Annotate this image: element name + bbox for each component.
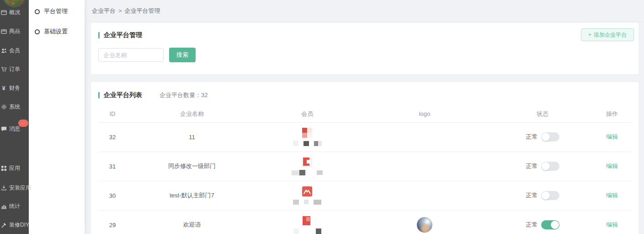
sidebar-item-members[interactable]: 会员 xyxy=(0,46,20,54)
sidebar-item-apps[interactable]: 应用 xyxy=(0,164,20,172)
sidebar-item-orders[interactable]: 订单 xyxy=(0,65,20,73)
sidebar-item-system[interactable]: 系统 xyxy=(0,103,20,111)
edit-link[interactable]: 编辑 xyxy=(606,192,618,199)
submenu-item-basic-settings[interactable]: 基础设置 xyxy=(29,23,85,40)
column-header-status: 状态 xyxy=(492,106,593,122)
cell-name: 同步修改一级部门 xyxy=(127,152,257,181)
cell-name: test-默认主部门7 xyxy=(127,181,257,210)
cell-action: 编辑 xyxy=(593,210,631,234)
table-row: 31 同步修改一级部门 xyxy=(98,152,631,181)
breadcrumb: 企业平台>企业平台管理 xyxy=(85,0,644,22)
table-header-row: ID 企业名称 会员 logo 状态 操作 xyxy=(98,106,631,122)
sidebar-item-decorate-diy[interactable]: 装修DIY xyxy=(0,221,29,229)
edit-link[interactable]: 编辑 xyxy=(606,221,618,228)
message-icon xyxy=(0,125,7,132)
sidebar-item-overview[interactable]: 概况 xyxy=(0,8,20,16)
enterprise-name-input[interactable] xyxy=(98,48,164,62)
platform-count-label: 企业平台数量： xyxy=(160,92,201,98)
cell-member xyxy=(257,210,357,234)
cell-logo xyxy=(357,152,492,181)
secondary-sidebar: 平台管理 基础设置 xyxy=(29,0,85,234)
diy-icon xyxy=(0,222,7,228)
cell-status: 正常 xyxy=(492,122,593,152)
status-toggle[interactable] xyxy=(541,162,559,171)
cell-logo xyxy=(357,122,492,152)
member-info-redacted xyxy=(293,199,321,205)
sidebar-item-label: 概况 xyxy=(9,9,20,16)
status-label: 正常 xyxy=(526,221,538,229)
column-header-id: ID xyxy=(98,106,127,122)
section-accent-bar xyxy=(98,92,100,98)
message-badge: ... xyxy=(18,120,28,127)
install-app-icon xyxy=(0,185,7,191)
submenu-item-label: 平台管理 xyxy=(44,7,68,16)
sidebar-item-label: 应用 xyxy=(9,164,20,172)
cell-member xyxy=(257,152,357,181)
radio-circle-icon xyxy=(35,29,40,34)
search-button[interactable]: 搜索 xyxy=(169,48,196,62)
stats-icon xyxy=(0,203,7,209)
overview-icon xyxy=(0,9,7,16)
status-label: 正常 xyxy=(526,191,538,200)
add-button-label: 添加企业平台 xyxy=(594,31,627,39)
platform-count: 企业平台数量：32 xyxy=(160,91,208,99)
column-header-member: 会员 xyxy=(257,106,357,122)
enterprise-platform-admin: 概况 商品 会员 订单 ¥ 财务 系统 消息 ... 应用 xyxy=(0,0,644,234)
member-info-redacted xyxy=(293,229,321,234)
cell-name: 11 xyxy=(127,122,257,152)
sidebar-item-install-apps[interactable]: 安装应用 xyxy=(0,184,31,192)
cell-action: 编辑 xyxy=(593,122,631,152)
column-header-action: 操作 xyxy=(593,106,631,122)
cell-name: 欢迎语 xyxy=(127,210,257,234)
sidebar-item-finance[interactable]: ¥ 财务 xyxy=(0,84,20,92)
main-content: 企业平台>企业平台管理 企业平台管理 + 添加企业平台 搜索 企业平台列表 企业… xyxy=(85,0,644,234)
edit-link[interactable]: 编辑 xyxy=(606,163,618,169)
members-icon xyxy=(0,47,7,54)
status-label: 正常 xyxy=(526,133,538,141)
platform-count-value: 32 xyxy=(201,92,208,98)
sidebar-item-messages[interactable]: 消息 ... xyxy=(0,125,20,133)
member-info-redacted xyxy=(293,141,322,147)
cell-id: 30 xyxy=(98,181,127,210)
platform-list-card: 企业平台列表 企业平台数量：32 ID 企业名称 会员 logo 状态 操作 xyxy=(91,82,639,234)
submenu-item-label: 基础设置 xyxy=(44,27,68,36)
manage-card-title: 企业平台管理 xyxy=(104,31,142,39)
cell-status: 正常 xyxy=(492,210,593,234)
table-row: 29 欢迎语 xyxy=(98,210,631,234)
sidebar-item-label: 订单 xyxy=(9,65,20,73)
status-toggle[interactable] xyxy=(541,132,559,141)
member-logo-image xyxy=(302,157,312,167)
member-logo-image xyxy=(302,128,312,138)
cell-logo xyxy=(357,210,492,234)
edit-link[interactable]: 编辑 xyxy=(606,133,618,140)
cell-member xyxy=(257,122,357,152)
status-toggle[interactable] xyxy=(541,191,559,200)
orders-icon xyxy=(0,66,7,72)
avatar[interactable] xyxy=(3,0,26,7)
sidebar-item-goods[interactable]: 商品 xyxy=(0,27,20,35)
breadcrumb-separator: > xyxy=(118,7,122,14)
cell-member xyxy=(257,181,357,210)
goods-icon xyxy=(0,28,7,34)
sidebar-item-label: 消息 xyxy=(9,125,20,133)
breadcrumb-current: 企业平台管理 xyxy=(125,7,160,14)
cell-action: 编辑 xyxy=(593,181,631,210)
add-enterprise-platform-button[interactable]: + 添加企业平台 xyxy=(581,28,634,41)
apps-icon xyxy=(0,165,7,171)
sidebar-item-label: 装修DIY xyxy=(9,221,29,229)
breadcrumb-parent[interactable]: 企业平台 xyxy=(92,7,116,14)
table-row: 32 11 xyxy=(98,122,631,152)
sidebar-item-label: 财务 xyxy=(9,84,20,92)
cell-id: 29 xyxy=(98,210,127,234)
sidebar-item-statistics[interactable]: 统计 xyxy=(0,202,20,210)
column-header-logo: logo xyxy=(357,106,492,122)
table-row: 30 test-默认主部门7 xyxy=(98,181,631,210)
submenu-item-platform-management[interactable]: 平台管理 xyxy=(29,3,85,20)
sidebar-item-label: 系统 xyxy=(9,103,20,111)
cell-logo xyxy=(357,181,492,210)
status-toggle[interactable] xyxy=(541,220,559,229)
platform-manage-card: 企业平台管理 + 添加企业平台 搜索 xyxy=(91,23,639,74)
platform-table: ID 企业名称 会员 logo 状态 操作 32 11 xyxy=(98,106,631,234)
member-info-redacted xyxy=(292,170,323,176)
cell-status: 正常 xyxy=(492,181,593,210)
